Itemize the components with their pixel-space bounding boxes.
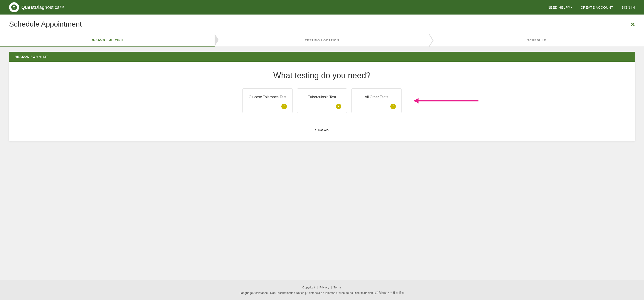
arrow-annotation <box>406 96 478 105</box>
arrow-svg <box>406 96 478 105</box>
close-button[interactable]: × <box>630 21 635 28</box>
header-nav: NEED HELP? ▾ CREATE ACCOUNT SIGN IN <box>548 5 635 9</box>
need-help-link[interactable]: NEED HELP? ▾ <box>548 5 572 9</box>
svg-marker-3 <box>414 98 418 103</box>
footer-terms[interactable]: Terms <box>334 285 342 290</box>
wizard-step-reason[interactable]: REASON FOR VISIT <box>0 34 214 46</box>
test-label-other: All Other Tests <box>365 95 388 99</box>
wizard-steps: REASON FOR VISIT TESTING LOCATION SCHEDU… <box>0 34 644 47</box>
logo-icon: Q <box>9 2 19 12</box>
page-title-bar: Schedule Appointment × <box>0 14 644 34</box>
create-account-link[interactable]: CREATE ACCOUNT <box>580 5 613 9</box>
footer-privacy[interactable]: Privacy <box>320 285 329 290</box>
back-button[interactable]: ‹ BACK <box>315 128 329 132</box>
footer-copyright[interactable]: Copyright <box>302 285 315 290</box>
footer-links: Copyright | Privacy | Terms <box>4 285 640 290</box>
section-header: REASON FOR VISIT <box>9 52 635 62</box>
site-footer: Copyright | Privacy | Terms Language Ass… <box>0 280 644 300</box>
info-icon-glucose[interactable]: i <box>281 104 287 109</box>
page-title: Schedule Appointment <box>9 20 82 28</box>
wizard-step-location[interactable]: TESTING LOCATION <box>214 34 429 46</box>
card-question: What testing do you need? <box>23 71 621 80</box>
card: What testing do you need? Glucose Tolera… <box>9 62 635 141</box>
wizard-step-schedule[interactable]: SCHEDULE <box>430 34 644 46</box>
test-options: Glucose Tolerance Test i Tuberculosis Te… <box>23 88 621 113</box>
test-label-tuberculosis: Tuberculosis Test <box>308 95 336 99</box>
test-card-glucose[interactable]: Glucose Tolerance Test i <box>242 88 292 113</box>
test-label-glucose: Glucose Tolerance Test <box>249 95 286 99</box>
svg-text:Q: Q <box>13 5 16 9</box>
test-card-other[interactable]: All Other Tests i <box>352 88 402 113</box>
chevron-down-icon: ▾ <box>571 6 572 9</box>
footer-language-line: Language Assistance / Non-Discrimination… <box>4 290 640 296</box>
site-header: Q QuestDiagnostics™ NEED HELP? ▾ CREATE … <box>0 0 644 14</box>
info-icon-other[interactable]: i <box>390 104 396 109</box>
logo: Q QuestDiagnostics™ <box>9 2 64 12</box>
test-card-tuberculosis[interactable]: Tuberculosis Test i <box>297 88 347 113</box>
logo-text: QuestDiagnostics™ <box>21 5 64 10</box>
info-icon-tuberculosis[interactable]: i <box>336 104 341 109</box>
sign-in-link[interactable]: SIGN IN <box>622 5 635 9</box>
chevron-left-icon: ‹ <box>315 128 316 132</box>
main-content: REASON FOR VISIT What testing do you nee… <box>0 47 644 280</box>
